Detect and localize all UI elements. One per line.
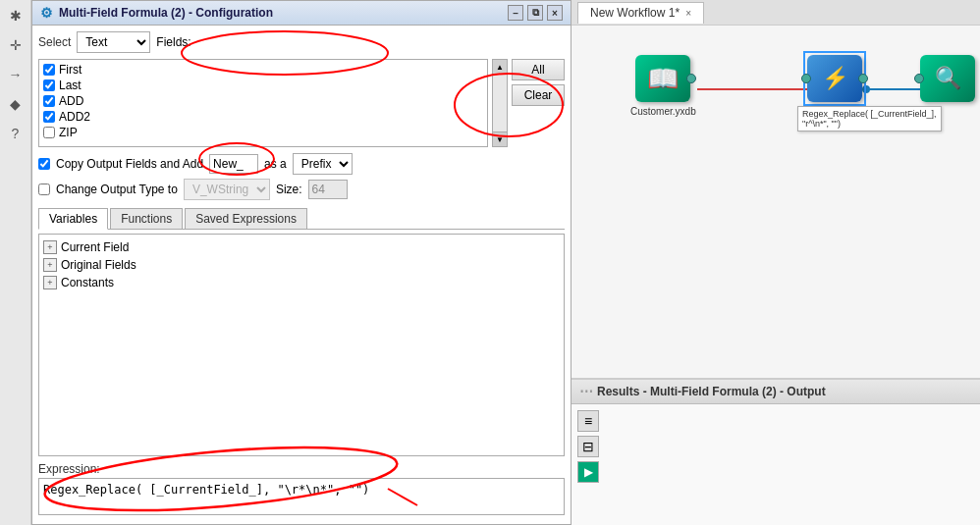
formula-icon-glyph: ⚡	[822, 66, 848, 91]
titlebar-controls: – ⧉ ×	[508, 5, 563, 21]
tree-item-original-fields[interactable]: + Original Fields	[43, 256, 560, 274]
tree-label-current: Current Field	[61, 240, 129, 254]
results-icon-list[interactable]: ≡	[577, 410, 599, 432]
expression-input[interactable]: Regex_Replace( [_CurrentField_], "\r*\n*…	[38, 478, 565, 515]
tree-expand-current[interactable]: +	[43, 240, 57, 254]
copy-output-input[interactable]	[209, 154, 258, 174]
change-type-select: V_WString	[184, 179, 270, 200]
change-output-checkbox[interactable]	[38, 184, 50, 195]
tree-area[interactable]: + Current Field + Original Fields + Cons…	[38, 234, 565, 456]
fields-list[interactable]: First Last ADD ADD2 ZIP	[38, 59, 488, 147]
select-row: Select Text Numeric Date All Fields:	[38, 31, 565, 53]
scroll-track[interactable]	[492, 75, 508, 131]
field-item-add[interactable]: ADD	[41, 93, 485, 109]
results-grip-icon[interactable]: ⋯	[579, 384, 593, 399]
config-title-text: Multi-Field Formula (2) - Configuration	[59, 6, 273, 20]
field-checkbox-add[interactable]	[43, 95, 55, 107]
results-icon-play[interactable]: ▶	[577, 461, 599, 483]
scroll-up-btn[interactable]: ▲	[492, 59, 508, 75]
browse-icon-glyph: 🔍	[935, 66, 961, 91]
field-item-zip[interactable]: ZIP	[41, 125, 485, 140]
svg-point-2	[862, 85, 870, 93]
fields-label: Fields:	[156, 35, 191, 49]
tree-label-original: Original Fields	[61, 258, 136, 272]
field-label-zip: ZIP	[59, 126, 78, 139]
config-panel: ⚙ Multi-Field Formula (2) - Configuratio…	[31, 0, 572, 525]
customer-port-right	[686, 74, 696, 83]
size-input	[308, 180, 348, 199]
copy-prefix-select[interactable]: Prefix Suffix	[293, 153, 353, 175]
copy-as-label: as a	[264, 157, 287, 171]
field-label-first: First	[59, 63, 82, 77]
field-checkbox-zip[interactable]	[43, 127, 55, 138]
expression-label: Expression:	[38, 462, 565, 476]
workflow-canvas[interactable]: 📖 Customer.yxdb ⚡ Regex_Replace( [_Curre…	[572, 26, 980, 378]
field-item-add2[interactable]: ADD2	[41, 109, 485, 125]
copy-output-row: Copy Output Fields and Add as a Prefix S…	[38, 153, 565, 175]
field-label-last: Last	[59, 79, 82, 92]
node-icon-browse: 🔍	[920, 55, 975, 102]
node-label-customer: Customer.yxdb	[630, 106, 696, 117]
results-titlebar: ⋯ Results - Multi-Field Formula (2) - Ou…	[572, 380, 980, 404]
field-label-add2: ADD2	[59, 110, 90, 124]
copy-output-label: Copy Output Fields and Add	[56, 157, 203, 171]
formula-tooltip: Regex_Replace( [_CurrentField_], "r^\n*"…	[797, 106, 942, 131]
config-body: Select Text Numeric Date All Fields: Fir…	[32, 26, 571, 524]
sidebar-icon-diamond[interactable]: ◆	[4, 92, 27, 116]
workflow-panel: New Workflow 1* × 📖	[572, 0, 980, 525]
workflow-tab-label: New Workflow 1*	[590, 6, 680, 20]
config-title-icon: ⚙	[40, 5, 53, 21]
config-titlebar: ⚙ Multi-Field Formula (2) - Configuratio…	[32, 1, 571, 26]
formula-port-right	[858, 74, 868, 83]
sidebar-icon-arrow[interactable]: →	[4, 63, 27, 86]
float-button[interactable]: ⧉	[527, 5, 543, 21]
field-item-last[interactable]: Last	[41, 78, 485, 93]
node-icon-customer: 📖	[635, 55, 690, 102]
sidebar-icon-help[interactable]: ?	[4, 122, 27, 145]
field-checkbox-add2[interactable]	[43, 111, 55, 123]
select-label: Select	[38, 35, 71, 49]
formula-port-left	[801, 74, 811, 83]
close-config-button[interactable]: ×	[547, 5, 563, 21]
tab-saved-expressions[interactable]: Saved Expressions	[185, 208, 307, 229]
field-item-first[interactable]: First	[41, 62, 485, 78]
type-select[interactable]: Text Numeric Date All	[77, 31, 150, 53]
scroll-down-btn[interactable]: ▼	[492, 131, 508, 147]
workflow-tab-close[interactable]: ×	[685, 8, 691, 19]
fields-container: First Last ADD ADD2 ZIP	[38, 59, 565, 147]
workflow-tab[interactable]: New Workflow 1* ×	[577, 2, 704, 24]
node-formula[interactable]: ⚡ Regex_Replace( [_CurrentField_], "r^\n…	[807, 55, 862, 102]
minimize-button[interactable]: –	[508, 5, 523, 21]
tree-item-current-field[interactable]: + Current Field	[43, 238, 560, 256]
node-icon-formula: ⚡	[807, 55, 862, 102]
tab-variables[interactable]: Variables	[38, 208, 108, 230]
field-checkbox-first[interactable]	[43, 64, 55, 76]
node-customer[interactable]: 📖 Customer.yxdb	[630, 55, 696, 117]
tree-item-constants[interactable]: + Constants	[43, 274, 560, 291]
left-sidebar: ✱ ✛ → ◆ ?	[0, 0, 31, 525]
tab-functions[interactable]: Functions	[110, 208, 183, 229]
tree-label-constants: Constants	[61, 276, 114, 289]
field-label-add: ADD	[59, 94, 83, 108]
tree-expand-original[interactable]: +	[43, 258, 57, 272]
node-browse[interactable]: 🔍	[920, 55, 975, 102]
workflow-tab-bar: New Workflow 1* ×	[572, 0, 980, 26]
customer-icon-glyph: 📖	[647, 64, 679, 94]
expression-section: Expression: Regex_Replace( [_CurrentFiel…	[38, 462, 565, 518]
action-buttons: All Clear	[512, 59, 565, 147]
sidebar-icon-tool[interactable]: ✱	[4, 4, 27, 27]
titlebar-left: ⚙ Multi-Field Formula (2) - Configuratio…	[40, 5, 273, 21]
sidebar-icon-cross[interactable]: ✛	[4, 33, 27, 57]
tabs-row: Variables Functions Saved Expressions	[38, 208, 565, 230]
scrollbar[interactable]: ▲ ▼	[492, 59, 508, 147]
change-output-row: Change Output Type to V_WString Size:	[38, 179, 565, 200]
results-panel: ⋯ Results - Multi-Field Formula (2) - Ou…	[572, 378, 980, 525]
all-button[interactable]: All	[512, 59, 565, 80]
copy-output-checkbox[interactable]	[38, 158, 50, 170]
field-checkbox-last[interactable]	[43, 79, 55, 91]
tree-expand-constants[interactable]: +	[43, 276, 57, 289]
results-icon-grid[interactable]: ⊟	[577, 436, 599, 457]
results-icon-group: ≡ ⊟ ▶	[575, 408, 601, 521]
browse-port-left	[914, 74, 924, 83]
clear-button[interactable]: Clear	[512, 84, 565, 106]
